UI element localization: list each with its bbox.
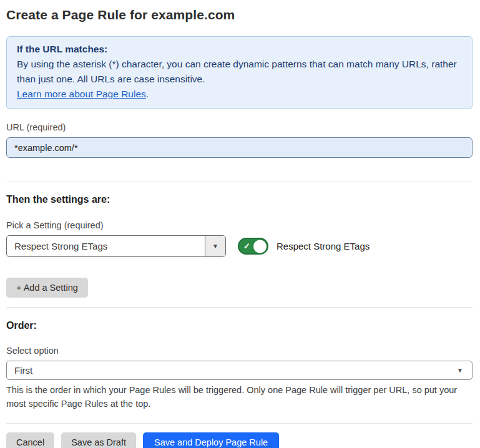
divider xyxy=(6,307,473,308)
settings-section-heading: Then the settings are: xyxy=(6,194,473,205)
chevron-down-icon: ▼ xyxy=(212,243,218,250)
order-help-text: This is the order in which your Page Rul… xyxy=(6,383,469,411)
save-and-deploy-button[interactable]: Save and Deploy Page Rule xyxy=(143,432,279,448)
cancel-button[interactable]: Cancel xyxy=(6,432,54,448)
info-box-link-line: Learn more about Page Rules. xyxy=(17,87,462,102)
toggle-knob xyxy=(253,240,267,253)
chevron-down-icon: ▼ xyxy=(457,367,463,374)
info-box-body: By using the asterisk (*) character, you… xyxy=(17,57,462,87)
divider xyxy=(6,423,473,424)
link-suffix: . xyxy=(146,89,149,99)
order-select-label: Select option xyxy=(6,346,473,356)
url-input[interactable] xyxy=(6,137,473,158)
setting-select-arrow-button[interactable]: ▼ xyxy=(205,236,225,256)
order-select[interactable]: First ▼ xyxy=(6,361,473,380)
create-page-rule-panel: Create a Page Rule for example.com If th… xyxy=(0,0,480,448)
footer-actions: Cancel Save as Draft Save and Deploy Pag… xyxy=(6,432,473,448)
url-field-label: URL (required) xyxy=(6,122,473,132)
order-section-heading: Order: xyxy=(6,320,473,331)
setting-select-value: Respect Strong ETags xyxy=(7,236,205,256)
learn-more-link[interactable]: Learn more about Page Rules xyxy=(17,89,146,99)
info-box-heading: If the URL matches: xyxy=(17,42,462,57)
toggle-label: Respect Strong ETags xyxy=(277,241,370,251)
setting-select[interactable]: Respect Strong ETags ▼ xyxy=(6,235,226,257)
page-title: Create a Page Rule for example.com xyxy=(6,7,473,22)
save-as-draft-button[interactable]: Save as Draft xyxy=(61,432,136,448)
setting-toggle[interactable]: ✓ xyxy=(238,238,268,255)
divider xyxy=(6,182,473,182)
order-select-value: First xyxy=(14,365,457,376)
check-icon: ✓ xyxy=(243,242,250,250)
setting-row: Respect Strong ETags ▼ ✓ Respect Strong … xyxy=(6,235,473,257)
url-match-info-box: If the URL matches: By using the asteris… xyxy=(6,36,473,109)
pick-setting-label: Pick a Setting (required) xyxy=(6,220,473,230)
add-setting-button[interactable]: + Add a Setting xyxy=(6,278,88,298)
